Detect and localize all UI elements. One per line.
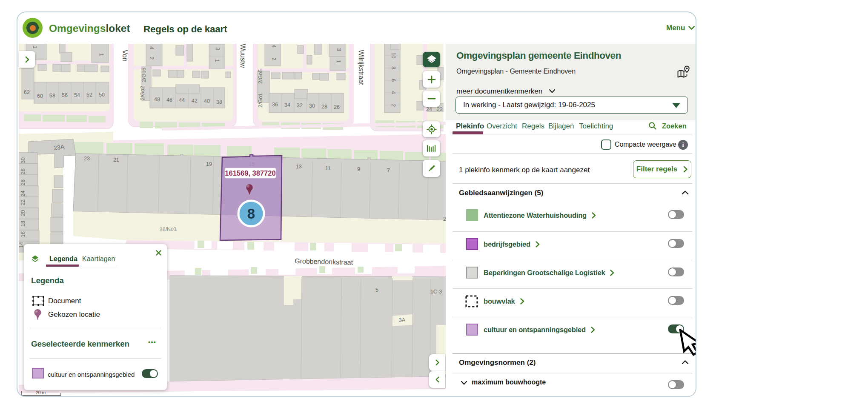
svg-text:1C-3: 1C-3 — [430, 289, 442, 295]
svg-text:22: 22 — [20, 199, 26, 205]
svg-text:30: 30 — [20, 157, 26, 163]
svg-text:40: 40 — [204, 98, 210, 104]
svg-text:2/Go1: 2/Go1 — [258, 93, 264, 108]
svg-text:2/Go5: 2/Go5 — [141, 68, 147, 82]
svg-text:36/No1: 36/No1 — [159, 226, 177, 233]
svg-text:60: 60 — [37, 93, 43, 99]
svg-text:13: 13 — [296, 164, 302, 170]
svg-text:2: 2 — [271, 57, 277, 60]
svg-text:24: 24 — [20, 191, 26, 196]
svg-text:6: 6 — [390, 79, 397, 82]
svg-text:1: 1 — [32, 46, 38, 48]
svg-text:1: 1 — [335, 60, 342, 63]
svg-text:Wilrijkstraat: Wilrijkstraat — [358, 50, 365, 85]
svg-text:2: 2 — [149, 57, 155, 60]
svg-text:22: 22 — [437, 106, 443, 112]
svg-text:2: 2 — [390, 104, 397, 107]
svg-text:3A: 3A — [398, 317, 406, 323]
svg-text:56: 56 — [62, 92, 68, 98]
svg-text:44: 44 — [179, 97, 185, 103]
svg-text:62: 62 — [24, 89, 30, 95]
svg-text:16: 16 — [20, 231, 26, 237]
svg-text:8: 8 — [390, 66, 397, 69]
svg-text:46: 46 — [166, 97, 172, 103]
svg-text:2/Go5: 2/Go5 — [258, 69, 264, 84]
svg-text:10: 10 — [390, 52, 397, 58]
svg-text:9: 9 — [357, 166, 360, 172]
svg-text:26: 26 — [20, 179, 26, 185]
svg-text:1: 1 — [98, 53, 105, 56]
svg-text:Wuustw: Wuustw — [239, 44, 246, 68]
svg-text:21: 21 — [113, 157, 119, 163]
svg-text:2/Go2: 2/Go2 — [140, 86, 146, 100]
svg-text:42: 42 — [192, 98, 198, 104]
svg-text:32: 32 — [297, 102, 303, 108]
svg-text:24: 24 — [426, 106, 432, 112]
svg-text:38: 38 — [216, 99, 222, 105]
svg-text:11: 11 — [325, 165, 331, 171]
svg-text:58: 58 — [49, 93, 55, 99]
svg-text:8: 8 — [247, 206, 255, 222]
svg-text:18: 18 — [20, 221, 26, 227]
svg-text:7: 7 — [387, 168, 390, 174]
svg-text:4: 4 — [271, 45, 277, 48]
svg-text:1: 1 — [214, 59, 221, 62]
svg-text:3: 3 — [336, 48, 342, 51]
svg-text:26: 26 — [334, 104, 340, 110]
svg-text:20: 20 — [20, 210, 26, 216]
svg-text:23: 23 — [84, 156, 90, 162]
svg-text:Grobbendonkstraat: Grobbendonkstraat — [295, 257, 353, 266]
svg-text:161569, 387720: 161569, 387720 — [225, 169, 275, 177]
svg-text:5: 5 — [375, 287, 378, 293]
svg-text:3: 3 — [215, 47, 221, 50]
svg-text:4: 4 — [149, 46, 155, 49]
svg-text:20 m: 20 m — [36, 390, 46, 395]
svg-text:19: 19 — [206, 161, 212, 167]
svg-text:36: 36 — [272, 102, 278, 108]
svg-text:54: 54 — [74, 92, 80, 98]
svg-text:Von: Von — [121, 50, 129, 62]
svg-text:34: 34 — [284, 102, 290, 108]
svg-text:30: 30 — [309, 103, 315, 109]
svg-text:28: 28 — [20, 168, 26, 174]
svg-text:52: 52 — [86, 92, 92, 98]
svg-text:4: 4 — [390, 91, 397, 94]
svg-text:28: 28 — [321, 104, 327, 110]
svg-text:50: 50 — [99, 92, 105, 98]
svg-text:48: 48 — [154, 97, 160, 102]
